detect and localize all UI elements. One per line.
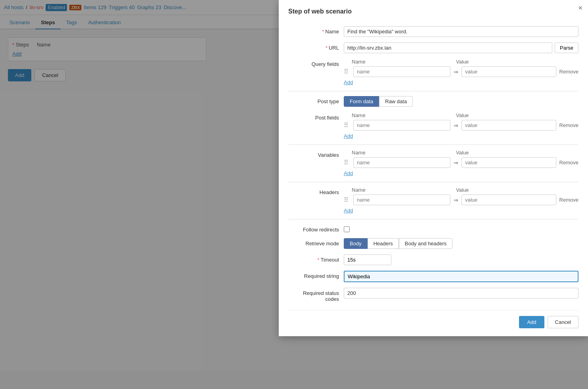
modal-cancel-button[interactable]: Cancel [548, 316, 578, 328]
variables-row: Variables Name Value ⠿ ⇒ Remove Add [288, 150, 578, 176]
req-status-input[interactable] [344, 288, 578, 298]
follow-redirects-label: Follow redirects [288, 224, 344, 233]
req-string-row: Required string [288, 271, 578, 282]
post-value-col: Value [456, 112, 578, 118]
query-fields-row: Query fields Name Value ⠿ ⇒ Remove Add [288, 59, 578, 85]
url-row: *URL Parse [288, 42, 578, 53]
follow-redirects-checkbox[interactable] [344, 226, 350, 232]
var-remove-button[interactable]: Remove [559, 160, 578, 166]
modal-footer: Add Cancel [288, 310, 578, 328]
retrieve-mode-label: Retrieve mode [288, 238, 344, 246]
headers-row: Headers Name Value ⠿ ⇒ Remove Add [288, 187, 578, 214]
name-input[interactable] [344, 26, 578, 37]
query-fields-section: Name Value ⠿ ⇒ Remove Add [344, 59, 578, 85]
hdr-drag-handle-icon[interactable]: ⠿ [344, 196, 350, 204]
hdr-value-input[interactable] [462, 194, 556, 205]
post-remove-button[interactable]: Remove [559, 122, 578, 128]
arrow-icon: ⇒ [454, 69, 458, 75]
name-label: *Name [288, 26, 344, 35]
parse-button[interactable]: Parse [555, 42, 578, 53]
post-name-col: Name [352, 112, 453, 118]
retrieve-mode-row: Retrieve mode Body Headers Body and head… [288, 238, 578, 249]
modal-close-button[interactable]: × [578, 4, 582, 12]
hdr-name-input[interactable] [353, 194, 450, 205]
var-field-row: ⠿ ⇒ Remove [344, 157, 578, 168]
hdr-field-row: ⠿ ⇒ Remove [344, 194, 578, 205]
drag-handle-icon[interactable]: ⠿ [344, 68, 350, 75]
hdr-value-col: Value [456, 187, 578, 193]
variables-label: Variables [288, 150, 344, 158]
post-fields-label: Post fields [288, 112, 344, 121]
timeout-input[interactable] [344, 254, 391, 265]
hdr-remove-button[interactable]: Remove [559, 197, 578, 203]
req-status-row: Required status codes [288, 288, 578, 302]
retrieve-headers-button[interactable]: Headers [368, 238, 399, 249]
name-row: *Name [288, 26, 578, 37]
var-value-col: Value [456, 150, 578, 156]
url-label: *URL [288, 42, 344, 51]
post-drag-handle-icon[interactable]: ⠿ [344, 121, 350, 129]
url-input[interactable] [344, 42, 552, 53]
timeout-label: *Timeout [288, 254, 344, 263]
hdr-name-col: Name [352, 187, 453, 193]
post-type-label: Post type [288, 96, 344, 104]
req-string-label: Required string [288, 271, 344, 279]
var-name-input[interactable] [353, 157, 450, 168]
modal-add-button[interactable]: Add [519, 316, 544, 328]
post-type-raw-button[interactable]: Raw data [379, 96, 413, 107]
headers-section: Name Value ⠿ ⇒ Remove Add [344, 187, 578, 214]
var-value-input[interactable] [462, 157, 556, 168]
var-drag-handle-icon[interactable]: ⠿ [344, 159, 350, 166]
query-name-input[interactable] [353, 66, 450, 77]
post-type-toggle: Form data Raw data [344, 96, 413, 107]
query-fields-label: Query fields [288, 59, 344, 67]
post-fields-section: Name Value ⠿ ⇒ Remove Add [344, 112, 578, 139]
post-name-input[interactable] [353, 120, 450, 131]
query-remove-button[interactable]: Remove [559, 69, 578, 75]
modal-title: Step of web scenario [288, 8, 578, 19]
query-value-col: Value [456, 59, 578, 65]
hdr-add-link[interactable]: Add [344, 208, 353, 214]
post-value-input[interactable] [462, 120, 556, 131]
modal-overlay: × Step of web scenario *Name *URL Parse … [0, 0, 588, 371]
hdr-arrow-icon: ⇒ [454, 197, 458, 203]
step-modal: × Step of web scenario *Name *URL Parse … [279, 0, 588, 336]
post-field-row: ⠿ ⇒ Remove [344, 120, 578, 131]
post-arrow-icon: ⇒ [454, 122, 458, 129]
req-string-input[interactable] [344, 271, 578, 282]
variables-section: Name Value ⠿ ⇒ Remove Add [344, 150, 578, 176]
follow-redirects-row: Follow redirects [288, 224, 578, 233]
var-name-col: Name [352, 150, 453, 156]
var-arrow-icon: ⇒ [454, 160, 458, 166]
query-add-link[interactable]: Add [344, 79, 353, 85]
timeout-row: *Timeout [288, 254, 578, 265]
req-status-label: Required status codes [288, 288, 344, 302]
post-type-row: Post type Form data Raw data [288, 96, 578, 107]
query-field-row: ⠿ ⇒ Remove [344, 66, 578, 77]
post-fields-row: Post fields Name Value ⠿ ⇒ Remove Add [288, 112, 578, 139]
retrieve-mode-toggle: Body Headers Body and headers [344, 238, 452, 249]
query-value-input[interactable] [462, 66, 556, 77]
query-name-col: Name [352, 59, 453, 65]
post-type-form-button[interactable]: Form data [344, 96, 379, 107]
retrieve-body-headers-button[interactable]: Body and headers [399, 238, 453, 249]
post-add-link[interactable]: Add [344, 133, 353, 139]
headers-label: Headers [288, 187, 344, 195]
var-add-link[interactable]: Add [344, 170, 353, 176]
retrieve-body-button[interactable]: Body [344, 238, 368, 249]
